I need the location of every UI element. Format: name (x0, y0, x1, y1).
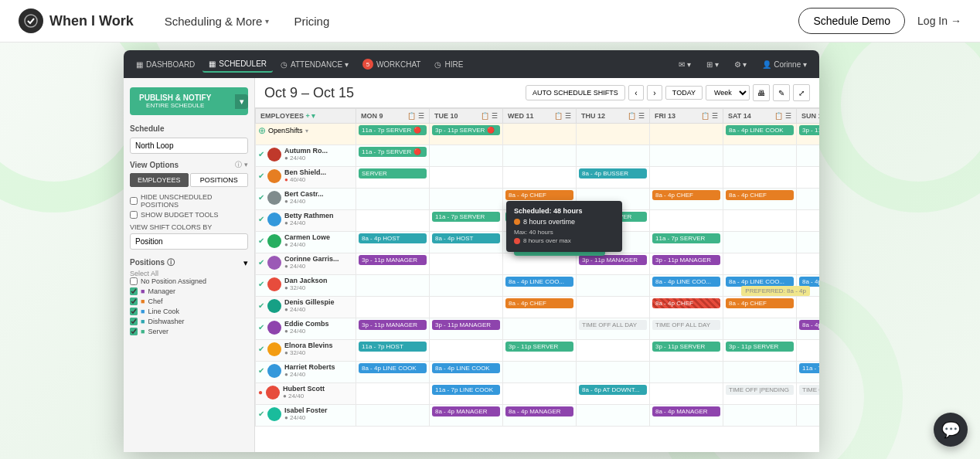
isabel-wed[interactable]: 8a - 4p MANAGER (503, 405, 577, 427)
topbar-workchat[interactable]: 5 WORKCHAT (356, 56, 427, 73)
hubert-sun[interactable]: TIME OFF |PENDING (797, 383, 820, 405)
corinne-sat[interactable] (723, 253, 797, 275)
elnora-wed[interactable]: 3p - 11p SERVER (503, 340, 577, 362)
hubert-thu[interactable]: 8a - 6p AT DOWNT... (577, 383, 650, 405)
print-button[interactable]: 🖶 (753, 84, 770, 101)
ben-sun[interactable] (797, 167, 820, 189)
harriet-thu[interactable] (577, 362, 650, 383)
carmen-tue[interactable]: 8a - 4p HOST (430, 232, 503, 253)
eddie-thu[interactable]: TIME OFF ALL DAY (577, 318, 650, 340)
denis-sat[interactable]: 8a - 4p CHEF (723, 297, 797, 318)
isabel-thu[interactable] (577, 405, 650, 427)
elnora-mon[interactable]: 11a - 7p HOST (356, 340, 430, 362)
carmen-sat[interactable] (723, 232, 797, 253)
next-week-button[interactable]: › (647, 85, 662, 100)
nav-pricing[interactable]: Pricing (294, 15, 329, 28)
denis-thu[interactable] (577, 297, 650, 318)
isabel-fri[interactable]: 8a - 4p MANAGER (650, 405, 723, 427)
add-employee-button[interactable]: + ▾ (306, 112, 316, 120)
carmen-fri[interactable]: 11a - 7p SERVER (650, 232, 723, 253)
position-no-assignment[interactable]: No Position Assigned (130, 277, 248, 285)
harriet-wed[interactable] (503, 362, 577, 383)
autumn-mon[interactable]: 11a - 7p SERVER 🔴 (356, 145, 430, 167)
edit-button[interactable]: ✎ (773, 84, 790, 101)
position-dishwasher[interactable]: ■ Dishwasher (130, 318, 248, 325)
harriet-sat[interactable] (723, 362, 797, 383)
topbar-attendance[interactable]: ◷ ATTENDANCE ▾ (274, 57, 355, 72)
autumn-wed[interactable] (503, 145, 577, 167)
dan-wed[interactable]: 8a - 4p LINE COO... (503, 275, 577, 297)
ben-wed[interactable] (503, 167, 577, 189)
today-button[interactable]: TODAY (665, 86, 703, 100)
eddie-fri[interactable]: TIME OFF ALL DAY (650, 318, 723, 340)
autumn-sat[interactable] (723, 145, 797, 167)
denis-sun[interactable] (797, 297, 820, 318)
autumn-thu[interactable] (577, 145, 650, 167)
open-shift-tue[interactable]: 3p - 11p SERVER 🔴 (430, 124, 503, 145)
position-manager[interactable]: ■ Manager (130, 287, 248, 295)
nav-scheduling[interactable]: Scheduling & More ▾ (165, 15, 270, 28)
week-select[interactable]: Week (706, 85, 750, 100)
position-chef[interactable]: ■ Chef (130, 298, 248, 305)
elnora-sat[interactable]: 3p - 11p SERVER (723, 340, 797, 362)
topbar-messages[interactable]: ✉ ▾ (672, 57, 697, 72)
open-shift-thu[interactable] (577, 124, 650, 145)
ben-mon[interactable]: SERVER (356, 167, 430, 189)
isabel-tue[interactable]: 8a - 4p MANAGER (430, 405, 503, 427)
topbar-gear[interactable]: ⚙ ▾ (728, 57, 754, 72)
autumn-fri[interactable] (650, 145, 723, 167)
isabel-sat[interactable] (723, 405, 797, 427)
corinne-fri[interactable]: 3p - 11p MANAGER (650, 253, 723, 275)
elnora-thu[interactable] (577, 340, 650, 362)
eddie-mon[interactable]: 3p - 11p MANAGER (356, 318, 430, 340)
publish-notify-button[interactable]: PUBLISH & NOTIFY ENTIRE SCHEDULE ▾ (130, 87, 248, 115)
topbar-hire[interactable]: ◷ HIRE (428, 57, 469, 72)
dan-fri[interactable]: 8a - 4p LINE COO... (650, 275, 723, 297)
hubert-sat[interactable]: TIME OFF |PENDING (723, 383, 797, 405)
positions-tab[interactable]: POSITIONS (190, 173, 249, 187)
bert-sun[interactable] (797, 189, 820, 210)
open-shift-sat[interactable]: 8a - 4p LINE COOK (723, 124, 797, 145)
corinne-thu[interactable]: 3p - 11p MANAGER (577, 253, 650, 275)
eddie-wed[interactable] (503, 318, 577, 340)
isabel-mon[interactable] (356, 405, 430, 427)
autumn-tue[interactable] (430, 145, 503, 167)
ben-sat[interactable] (723, 167, 797, 189)
ben-thu[interactable]: 8a - 4p BUSSER (577, 167, 650, 189)
show-budget-checkbox[interactable]: SHOW BUDGET TOOLS (130, 211, 248, 219)
position-line-cook[interactable]: ■ Line Cook (130, 308, 248, 315)
betty-fri[interactable] (650, 210, 723, 232)
denis-wed[interactable]: 8a - 4p CHEF (503, 297, 577, 318)
betty-mon[interactable] (356, 210, 430, 232)
eddie-tue[interactable]: 3p - 11p MANAGER (430, 318, 503, 340)
betty-tue[interactable]: 11a - 7p SERVER (430, 210, 503, 232)
corinne-sun[interactable] (797, 253, 820, 275)
bert-sat[interactable]: 8a - 4p CHEF (723, 189, 797, 210)
position-server[interactable]: ■ Server (130, 328, 248, 335)
login-link[interactable]: Log In → (917, 15, 961, 27)
dan-tue[interactable] (430, 275, 503, 297)
bert-mon[interactable] (356, 189, 430, 210)
hubert-fri[interactable] (650, 383, 723, 405)
topbar-scheduler[interactable]: ▦ SCHEDULER (202, 56, 273, 73)
hubert-mon[interactable] (356, 383, 430, 405)
open-shift-mon[interactable]: 11a - 7p SERVER 🔴 (356, 124, 430, 145)
select-all-label[interactable]: Select All (130, 270, 158, 277)
bert-tue[interactable] (430, 189, 503, 210)
hubert-wed[interactable] (503, 383, 577, 405)
carmen-mon[interactable]: 8a - 4p HOST (356, 232, 430, 253)
harriet-tue[interactable]: 8a - 4p LINE COOK (430, 362, 503, 383)
shift-colors-select[interactable]: Position (130, 233, 248, 250)
hide-unscheduled-checkbox[interactable]: HIDE UNSCHEDULED POSITIONS (130, 193, 248, 209)
topbar-user[interactable]: 👤 Corinne ▾ (756, 57, 813, 72)
corinne-tue[interactable] (430, 253, 503, 275)
dan-thu[interactable] (577, 275, 650, 297)
open-shift-sun[interactable]: 3p - 11p SERVER 🔴 (797, 124, 820, 145)
betty-sat[interactable] (723, 210, 797, 232)
schedule-demo-button[interactable]: Schedule Demo (798, 8, 905, 34)
employees-tab[interactable]: EMPLOYEES (130, 173, 189, 187)
harriet-sun[interactable]: 11a - 7p LINE COO... (797, 362, 820, 383)
expand-button[interactable]: ⤢ (793, 84, 810, 101)
harriet-fri[interactable] (650, 362, 723, 383)
isabel-sun[interactable] (797, 405, 820, 427)
